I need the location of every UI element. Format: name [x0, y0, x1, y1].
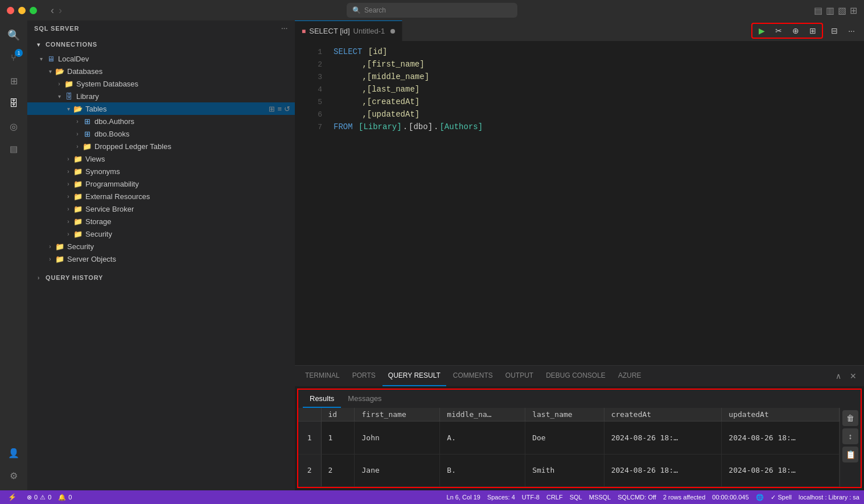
git-icon: ◎	[10, 121, 18, 132]
explain-query-button[interactable]: ⊕	[788, 23, 804, 39]
schema-button[interactable]: ⊞	[805, 23, 821, 39]
run-button-group: ▶ ✂ ⊕ ⊞	[751, 23, 823, 39]
status-language[interactable]: SQL	[570, 494, 582, 501]
connections-header[interactable]: CONNECTIONS	[27, 36, 295, 52]
tab-sql-icon: ■	[302, 27, 306, 35]
sidebar-item-security-db[interactable]: 📁 Security	[27, 228, 295, 240]
panel-tabs: TERMINAL PORTS QUERY RESULT COMMENTS OUT…	[295, 366, 864, 386]
tables-label: Tables	[85, 105, 269, 113]
table-add-icon[interactable]: ⊞	[269, 105, 275, 113]
search-bar[interactable]: 🔍 Search	[347, 3, 517, 18]
tab-debug-console[interactable]: DEBUG CONSOLE	[540, 366, 611, 386]
run-query-button[interactable]: ▶	[754, 23, 770, 39]
error-icon: ⊗	[27, 494, 32, 501]
storage-chevron	[64, 217, 73, 226]
status-spaces[interactable]: Spaces: 4	[487, 494, 515, 501]
delete-results-button[interactable]: 🗑	[842, 410, 858, 426]
tab-query-result[interactable]: QUERY RESULT	[382, 366, 446, 386]
status-encoding[interactable]: UTF-8	[522, 494, 540, 501]
table-row: 1 1 John A. Doe 2024-08-26 18:… 2024-08-…	[298, 422, 840, 455]
sidebar-item-service-broker[interactable]: 📁 Service Broker	[27, 203, 295, 215]
folder-icon: 📁	[73, 179, 83, 189]
sidebar-item-library[interactable]: 🗄 Library	[27, 90, 295, 102]
sidebar-item-system-databases[interactable]: 📁 System Databases	[27, 77, 295, 90]
copy-results-button[interactable]: 📋	[842, 447, 858, 462]
forward-button[interactable]: ›	[59, 5, 62, 16]
status-spell[interactable]: ✓ Spell	[771, 494, 792, 501]
status-info[interactable]: 🔔 0	[58, 494, 72, 501]
sidebar-item-synonyms[interactable]: 📁 Synonyms	[27, 165, 295, 177]
sidebar-item-localdev[interactable]: 🖥 LocalDev	[27, 52, 295, 65]
line-content-2: ,[first_name]	[334, 60, 425, 69]
sidebar-item-external-resources[interactable]: 📁 External Resources	[27, 190, 295, 203]
split-editor-button[interactable]: ⊟	[826, 23, 842, 39]
tab-query-result-label: QUERY RESULT	[388, 371, 441, 379]
code-editor[interactable]: 1 SELECT [id] 2 ,[first_name] 3 ,[middle…	[295, 41, 864, 365]
editor-tab-untitled[interactable]: ■ SELECT [id] Untitled-1	[295, 20, 402, 41]
sidebar-item-server-objects[interactable]: 📁 Server Objects	[27, 253, 295, 265]
subtab-messages[interactable]: Messages	[341, 390, 388, 408]
status-remote[interactable]: ⚡	[5, 490, 20, 504]
schema-dbo: [dbo]	[409, 122, 433, 131]
status-globe[interactable]: 🌐	[756, 494, 764, 501]
status-line-ending[interactable]: CRLF	[546, 494, 563, 501]
maximize-button[interactable]	[30, 7, 37, 14]
col-last-name: last_name	[525, 408, 604, 422]
sidebar-item-views[interactable]: 📁 Views	[27, 152, 295, 165]
sidebar-item-dropped-ledger[interactable]: 📁 Dropped Ledger Tables	[27, 140, 295, 152]
status-server-type[interactable]: MSSQL	[589, 494, 611, 501]
cancel-query-button[interactable]: ✂	[771, 23, 787, 39]
activity-database[interactable]: 🗄	[3, 93, 24, 114]
back-button[interactable]: ‹	[51, 5, 54, 16]
table-refresh-icon[interactable]: ↺	[284, 105, 290, 113]
sidebar-item-tables[interactable]: 📂 Tables ⊞ ≡ ↺	[27, 102, 295, 115]
more-actions-button[interactable]: ···	[844, 23, 859, 39]
activity-extensions[interactable]: ⊞	[3, 71, 24, 91]
activity-search[interactable]: 🔍	[3, 25, 24, 46]
status-connection[interactable]: localhost : Library : sa	[799, 494, 859, 501]
folder-icon: 📁	[55, 254, 65, 264]
sidebar-more-icon[interactable]: ···	[281, 25, 288, 32]
sidebar-toggle-icon[interactable]: ▤	[814, 5, 822, 16]
refresh-results-button[interactable]: ↕	[842, 428, 858, 444]
tab-comments[interactable]: COMMENTS	[447, 366, 499, 386]
close-button[interactable]	[7, 7, 14, 14]
tab-terminal[interactable]: TERMINAL	[299, 366, 345, 386]
activity-git[interactable]: ◎	[3, 116, 24, 137]
tab-azure[interactable]: AZURE	[612, 366, 647, 386]
code-line-1: 1 SELECT [id]	[295, 46, 864, 58]
activity-accounts[interactable]: 👤	[3, 443, 24, 463]
tab-ports[interactable]: PORTS	[347, 366, 381, 386]
encoding-text: UTF-8	[522, 494, 540, 501]
layout-icon[interactable]: ⊞	[850, 5, 857, 16]
activity-settings[interactable]: ⚙	[3, 465, 24, 486]
panel-collapse-icon[interactable]: ∧	[832, 370, 845, 382]
synonyms-chevron	[64, 167, 73, 176]
query-history-header[interactable]: QUERY HISTORY	[27, 270, 295, 286]
panel-right-icon[interactable]: ▧	[838, 5, 846, 16]
col-first-name: first_name	[355, 408, 440, 422]
sidebar-item-security[interactable]: 📁 Security	[27, 240, 295, 253]
databases-chevron	[46, 67, 55, 76]
column-updatedat: ,[updatedAt]	[334, 110, 419, 119]
minimize-button[interactable]	[18, 7, 26, 14]
status-position[interactable]: Ln 6, Col 19	[447, 494, 480, 501]
sidebar-item-dbo-authors[interactable]: ⊞ dbo.Authors	[27, 115, 295, 127]
table-filter-icon[interactable]: ≡	[277, 105, 282, 113]
sidebar-title: SQL SERVER	[34, 25, 79, 32]
panel-close-icon[interactable]: ✕	[847, 370, 859, 382]
status-errors[interactable]: ⊗ 0 ⚠ 0	[27, 494, 51, 501]
code-line-7: 7 FROM [Library].[dbo].[Authors]	[295, 121, 864, 133]
status-sqlcmd[interactable]: SQLCMD: Off	[618, 494, 656, 501]
panel-icon[interactable]: ▥	[826, 5, 834, 16]
activity-source-control[interactable]: ⑂ 1	[3, 48, 24, 68]
sidebar-item-programmability[interactable]: 📁 Programmability	[27, 177, 295, 190]
results-table-container[interactable]: id first_name middle_na… last_name creat…	[298, 408, 840, 487]
activity-pages[interactable]: ▤	[3, 139, 24, 159]
tab-output[interactable]: OUTPUT	[500, 366, 539, 386]
language-text: SQL	[570, 494, 582, 501]
sidebar-item-databases[interactable]: 📂 Databases	[27, 65, 295, 77]
sidebar-item-storage[interactable]: 📁 Storage	[27, 215, 295, 228]
sidebar-item-dbo-books[interactable]: ⊞ dbo.Books	[27, 127, 295, 140]
subtab-results[interactable]: Results	[303, 390, 341, 408]
